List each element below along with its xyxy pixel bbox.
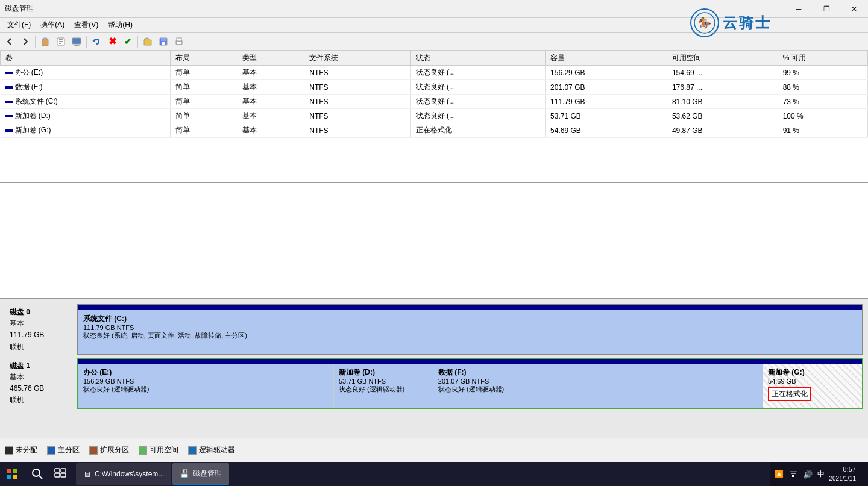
toolbar-clipboard[interactable] — [38, 34, 52, 49]
table-cell: 状态良好 (... — [410, 109, 545, 123]
toolbar-check[interactable]: ✔ — [121, 34, 135, 49]
legend-free: 可用空间 — [139, 445, 178, 455]
vol-icon — [5, 72, 13, 74]
disk-0-type: 基本 — [10, 318, 72, 329]
disk-1-type: 基本 — [10, 372, 72, 383]
table-cell: 状态良好 (... — [410, 80, 545, 95]
table-cell: 简单 — [170, 95, 237, 109]
table-cell: 新加卷 (D:) — [1, 109, 171, 123]
disk-1-vol-e[interactable]: 办公 (E:) 156.29 GB NTFS 状态良好 (逻辑驱动器) — [78, 364, 334, 408]
disk-0-status: 联机 — [10, 341, 72, 353]
table-header: 卷 — [1, 51, 171, 66]
volume-table: 卷布局类型文件系统状态容量可用空间% 可用 办公 (E:)简单基本NTFS状态良… — [0, 51, 868, 138]
table-cell: 系统文件 (C:) — [1, 95, 171, 109]
disk-1-vol-g[interactable]: 新加卷 (G:) 54.69 GB 正在格式化 — [763, 364, 862, 408]
table-row[interactable]: 数据 (F:)简单基本NTFS状态良好 (...201.07 GB176.87 … — [1, 80, 868, 95]
table-cell: NTFS — [304, 66, 410, 80]
table-cell: 状态良好 (... — [410, 95, 545, 109]
disk-0-bar-top — [78, 305, 862, 310]
disk-1-vol-d[interactable]: 新加卷 (D:) 53.71 GB NTFS 状态良好 (逻辑驱动器) — [334, 364, 433, 408]
legend-primary-color — [47, 446, 55, 455]
table-row[interactable]: 新加卷 (G:)简单基本NTFS正在格式化54.69 GB49.87 GB91 … — [1, 123, 868, 138]
legend-primary-label: 主分区 — [58, 445, 80, 455]
vol-icon — [5, 129, 13, 132]
svg-rect-27 — [61, 473, 66, 477]
toolbar-forward[interactable] — [18, 34, 33, 49]
taskbar-taskview[interactable] — [49, 463, 71, 485]
taskbar-item-diskmgmt-label: 磁盘管理 — [193, 469, 222, 479]
taskbar-network-icon[interactable] — [788, 469, 798, 480]
legend-bar: 未分配 主分区 扩展分区 可用空间 逻辑驱动器 — [0, 438, 868, 462]
disk-1-vol-f[interactable]: 数据 (F:) 201.07 GB NTFS 状态良好 (逻辑驱动器) — [433, 364, 763, 408]
table-cell: 基本 — [237, 66, 304, 80]
legend-primary: 主分区 — [47, 445, 80, 455]
taskbar-items: 🖥 C:\Windows\system... 💾 磁盘管理 — [74, 462, 770, 486]
svg-rect-20 — [7, 475, 11, 479]
menu-view[interactable]: 查看(V) — [69, 19, 103, 31]
disk-1-vol-d-status: 状态良好 (逻辑驱动器) — [339, 385, 428, 394]
taskbar-item-cmd-icon: 🖥 — [83, 470, 91, 479]
table-cell: 简单 — [170, 80, 237, 95]
disk-1-vol-f-status: 状态良好 (逻辑驱动器) — [438, 385, 758, 394]
disk-0-partitions: 系统文件 (C:) 111.79 GB NTFS 状态良好 (系统, 启动, 页… — [77, 304, 863, 355]
disk-1-vol-f-size: 201.07 GB NTFS — [438, 378, 758, 385]
table-cell: 基本 — [237, 123, 304, 138]
svg-rect-25 — [61, 469, 66, 472]
vol-icon — [5, 115, 13, 117]
table-header: 容量 — [546, 51, 667, 66]
table-cell: NTFS — [304, 80, 410, 95]
toolbar-save[interactable] — [156, 34, 171, 49]
table-header: 类型 — [237, 51, 304, 66]
table-cell: 简单 — [170, 109, 237, 123]
toolbar-back[interactable] — [2, 34, 17, 49]
disk-view-panel: 磁盘 0 基本 111.79 GB 联机 系统文件 (C:) 111.79 GB… — [0, 299, 868, 438]
minimize-button[interactable]: ─ — [785, 0, 813, 18]
table-cell: 176.87 ... — [667, 80, 778, 95]
legend-extended: 扩展分区 — [89, 445, 129, 455]
toolbar-undo[interactable] — [89, 34, 104, 49]
table-cell: 49.87 GB — [667, 123, 778, 138]
taskbar-item-diskmgmt[interactable]: 💾 磁盘管理 — [172, 463, 229, 485]
disk-0-vol-c-name: 系统文件 (C:) — [83, 314, 857, 324]
table-row[interactable]: 办公 (E:)简单基本NTFS状态良好 (...156.29 GB154.69 … — [1, 66, 868, 80]
taskbar-volume-icon[interactable]: 🔊 — [803, 470, 813, 479]
disk-0-name: 磁盘 0 — [10, 307, 72, 318]
legend-logical-label: 逻辑驱动器 — [199, 445, 235, 455]
taskbar-show-desktop[interactable] — [861, 463, 863, 485]
toolbar-delete[interactable]: ✖ — [105, 34, 119, 49]
table-cell: 基本 — [237, 109, 304, 123]
disk-0-vol-c-status: 状态良好 (系统, 启动, 页面文件, 活动, 故障转储, 主分区) — [83, 331, 857, 340]
toolbar-print[interactable] — [172, 34, 186, 49]
taskbar-item-diskmgmt-icon: 💾 — [180, 469, 189, 478]
table-cell: 91 % — [778, 123, 867, 138]
svg-rect-24 — [55, 469, 60, 472]
table-row[interactable]: 系统文件 (C:)简单基本NTFS状态良好 (...111.79 GB81.10… — [1, 95, 868, 109]
toolbar-computer[interactable] — [69, 34, 84, 49]
table-cell: 基本 — [237, 80, 304, 95]
svg-rect-11 — [144, 40, 151, 45]
taskbar-time[interactable]: 8:57 2021/1/11 — [829, 465, 857, 482]
taskbar-item-cmd[interactable]: 🖥 C:\Windows\system... — [76, 463, 171, 485]
disk-0-vol-c[interactable]: 系统文件 (C:) 111.79 GB NTFS 状态良好 (系统, 启动, 页… — [78, 310, 862, 354]
legend-extended-color — [89, 446, 98, 455]
disk-1-vol-f-name: 数据 (F:) — [438, 367, 758, 378]
taskbar-start[interactable] — [0, 462, 24, 486]
taskbar-ime[interactable]: 中 — [817, 469, 825, 479]
svg-rect-3 — [43, 38, 47, 40]
svg-rect-21 — [13, 475, 17, 479]
menu-action[interactable]: 操作(A) — [36, 19, 69, 31]
taskbar-search[interactable] — [27, 463, 48, 485]
restore-button[interactable]: ❐ — [813, 0, 840, 18]
menu-help[interactable]: 帮助(H) — [103, 19, 137, 31]
table-row[interactable]: 新加卷 (D:)简单基本NTFS状态良好 (...53.71 GB53.62 G… — [1, 109, 868, 123]
main-content: 卷布局类型文件系统状态容量可用空间% 可用 办公 (E:)简单基本NTFS状态良… — [0, 51, 868, 462]
taskbar-notify-arrow[interactable]: 🔼 — [775, 470, 784, 478]
toolbar-open[interactable] — [140, 34, 155, 49]
close-button[interactable]: ✕ — [840, 0, 868, 18]
menu-file[interactable]: 文件(F) — [2, 19, 36, 31]
table-cell: 简单 — [170, 123, 237, 138]
title-bar-controls[interactable]: ─ ❐ ✕ — [785, 0, 868, 18]
toolbar-properties[interactable] — [54, 34, 68, 49]
disk-0-volumes: 系统文件 (C:) 111.79 GB NTFS 状态良好 (系统, 启动, 页… — [78, 310, 862, 354]
taskbar: 🖥 C:\Windows\system... 💾 磁盘管理 🔼 🔊 中 8:57… — [0, 462, 868, 486]
